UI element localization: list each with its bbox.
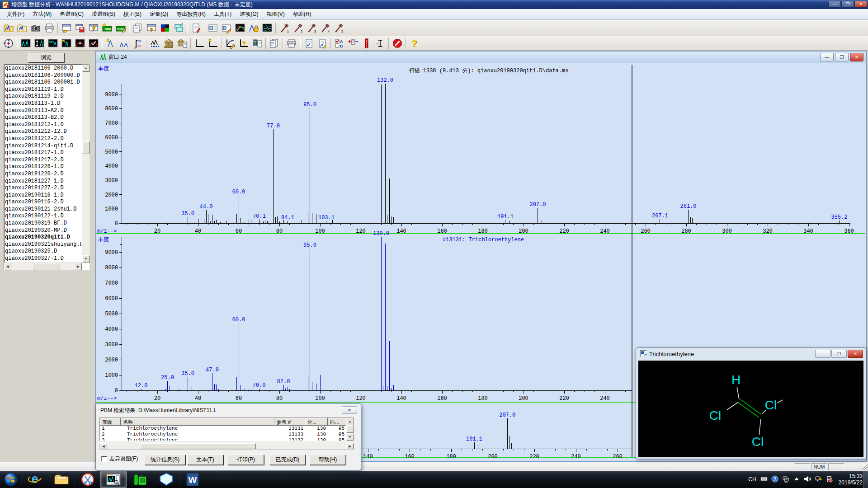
pbm-column-header[interactable]: 参考 # xyxy=(274,418,305,426)
report-b-icon[interactable] xyxy=(316,38,329,49)
list-item[interactable]: qiaoxu20181119-2.D xyxy=(5,93,81,100)
axes-icon[interactable] xyxy=(193,38,206,49)
data-file-list[interactable]: qiaoxu20181106-2000.Dqiaoxu20181106-2000… xyxy=(4,64,90,270)
menu-方法[interactable]: 方法(M) xyxy=(28,9,56,19)
action-center-icon[interactable] xyxy=(826,475,833,484)
menu-文件[interactable]: 文件(F) xyxy=(3,9,28,19)
pbm-button-2[interactable]: 文本(T) xyxy=(187,455,223,465)
scroll-up-icon[interactable]: ▲ xyxy=(82,65,90,72)
library-doc-icon[interactable] xyxy=(175,38,189,49)
menu-视图[interactable]: 视图(V) xyxy=(263,9,289,19)
small-peaks-icon[interactable] xyxy=(118,38,131,49)
navigator-icon[interactable]: NSWE xyxy=(2,38,15,49)
list-item[interactable]: qiaoxu20181106-200001.D xyxy=(5,79,81,86)
cascade-windows-icon[interactable] xyxy=(172,22,185,34)
snipping-tool-icon[interactable] xyxy=(74,471,100,488)
close-icon[interactable]: ✕ xyxy=(342,406,357,414)
tool-1-icon[interactable]: 1 xyxy=(278,22,291,34)
help-icon[interactable]: ?? xyxy=(408,38,421,49)
overlay-signals-icon[interactable] xyxy=(233,22,247,34)
id-card-edit-icon[interactable] xyxy=(220,22,233,34)
close-icon[interactable]: ✕ xyxy=(848,350,863,358)
scroll-right-icon[interactable]: ▶ xyxy=(346,443,354,449)
pbm-button-5[interactable]: 帮助(H) xyxy=(310,455,346,465)
checkbox-box[interactable] xyxy=(101,456,107,462)
cursor-tool-icon[interactable] xyxy=(373,38,387,49)
pbm-table-vertical-scrollbar[interactable]: ▲ ▼ xyxy=(346,418,354,441)
pbm-column-header[interactable]: 名称 xyxy=(121,418,274,426)
minimize-icon[interactable]: — xyxy=(815,350,830,358)
network-warning-icon[interactable] xyxy=(815,475,822,484)
window-tray-icon[interactable] xyxy=(782,475,789,484)
mass-spectrum-library[interactable]: 丰度#13131: Trichloroethylene0100020003000… xyxy=(97,230,632,402)
list-item[interactable]: qiaoxu20190320qiti.D xyxy=(5,234,81,241)
scroll-left-icon[interactable]: ◀ xyxy=(4,263,11,270)
mass-spectrum-scan[interactable]: 丰度扫描 1338 (9.413 分): qiaoxu20190320qiti.… xyxy=(97,66,854,235)
copy-window-icon[interactable] xyxy=(131,22,145,34)
tool-4-icon[interactable]: 4 xyxy=(318,22,332,34)
minimize-icon[interactable]: — xyxy=(828,1,841,8)
pbm-result-row[interactable]: 2Trichloroethylene1313313095 xyxy=(100,432,354,437)
file-list-horizontal-scrollbar[interactable]: ◀ ▶ xyxy=(4,263,82,270)
list-item[interactable]: qiaoxu20181106-2000.D xyxy=(5,65,81,72)
pbm-column-header[interactable]: 等级 xyxy=(100,418,121,426)
pbm-button-3[interactable]: 打印(P) xyxy=(228,455,264,465)
menu-定量[interactable]: 定量(Q) xyxy=(146,9,172,19)
molecule-structure-canvas[interactable]: HClClCl xyxy=(638,361,863,457)
scroll-right-icon[interactable]: ▶ xyxy=(75,263,82,270)
signal-lock-icon[interactable] xyxy=(247,22,260,34)
internet-explorer-icon[interactable]: e xyxy=(22,471,48,488)
peak-wand-icon[interactable] xyxy=(104,38,118,49)
scrollbar-thumb[interactable] xyxy=(32,263,60,270)
menu-帮助[interactable]: 帮助(H) xyxy=(289,9,316,19)
pbm-result-row[interactable]: 1Trichloroethylene1313113095 xyxy=(100,426,354,432)
xyz-table-icon[interactable]: xyzt xyxy=(360,38,373,49)
tray-expand-icon[interactable] xyxy=(793,475,800,484)
list-item[interactable]: qiaoxu20190321shuiyang.D xyxy=(5,241,81,249)
taskbar-clock[interactable]: 15:33 2019/5/22 xyxy=(839,473,863,486)
list-item[interactable]: qiaoxu20181226-1.D xyxy=(5,164,81,171)
tool-2-icon[interactable]: 2 xyxy=(291,22,305,34)
chemstation-data-analysis-icon[interactable] xyxy=(100,471,127,488)
list-item[interactable]: qiaoxu20181212-2.D xyxy=(5,136,81,143)
close-icon[interactable]: ✕ xyxy=(854,1,867,8)
pbm-result-row[interactable]: 3Trichloroethylene1313213095 xyxy=(100,437,354,441)
list-item[interactable]: qiaoxu20190122-1.D xyxy=(5,213,81,220)
instrument-control-icon[interactable] xyxy=(127,471,153,488)
peak-down-icon[interactable] xyxy=(73,38,87,49)
list-item[interactable]: qiaoxu20190121-2shui.D xyxy=(5,206,81,213)
pbm-column-header[interactable]: 分... xyxy=(305,418,328,426)
tile-colors-icon[interactable] xyxy=(158,22,172,34)
copy-doc-icon[interactable] xyxy=(268,38,281,49)
list-item[interactable]: qiaoxu20181119-1.D xyxy=(5,86,81,94)
sim-setup-icon[interactable]: SIM xyxy=(100,22,114,34)
pbm-button-1[interactable]: 统计信息(S) xyxy=(145,455,185,465)
scrollbar-thumb[interactable] xyxy=(141,443,256,449)
peak-accept-icon[interactable] xyxy=(87,38,100,49)
tool-5-icon[interactable]: 5 xyxy=(332,22,345,34)
chromatogram-icon[interactable] xyxy=(19,38,33,49)
difference-spectrum-checkbox[interactable]: 差异谱图(F) xyxy=(101,455,138,463)
curve-up-icon[interactable] xyxy=(237,38,250,49)
menu-色谱图[interactable]: 色谱图(C) xyxy=(56,9,88,19)
sim-edit-icon[interactable]: SIM xyxy=(114,22,127,34)
scroll-down-icon[interactable]: ▼ xyxy=(346,433,354,441)
start-button[interactable] xyxy=(0,471,22,488)
scroll-left-icon[interactable]: ◀ xyxy=(100,443,107,449)
file-list-vertical-scrollbar[interactable]: ▲ ▼ xyxy=(82,65,89,263)
pbm-button-4[interactable]: 已完成(D) xyxy=(269,455,306,465)
close-icon[interactable]: ✕ xyxy=(850,53,863,61)
snapshot-icon[interactable] xyxy=(29,22,42,34)
pbm-column-header[interactable]: 匹... xyxy=(328,418,346,426)
baseline-icon[interactable] xyxy=(148,38,162,49)
input-language-indicator[interactable]: CH xyxy=(748,476,756,483)
list-item[interactable]: qiaoxu20181227-1.D xyxy=(5,178,81,185)
window-24-title-bar[interactable]: 窗口 24 —❐✕ xyxy=(96,52,866,63)
menu-校正[interactable]: 校正(B) xyxy=(119,9,146,19)
list-item[interactable]: qiaoxu20190319-BF.D xyxy=(5,220,81,227)
list-item[interactable]: qiaoxu20181106-200000.D xyxy=(5,72,81,80)
id-card-icon[interactable] xyxy=(206,22,220,34)
stop-icon[interactable] xyxy=(391,38,404,49)
list-item[interactable]: qiaoxu20181212-12.D xyxy=(5,128,81,136)
ab-select-icon[interactable]: AB xyxy=(333,38,346,49)
